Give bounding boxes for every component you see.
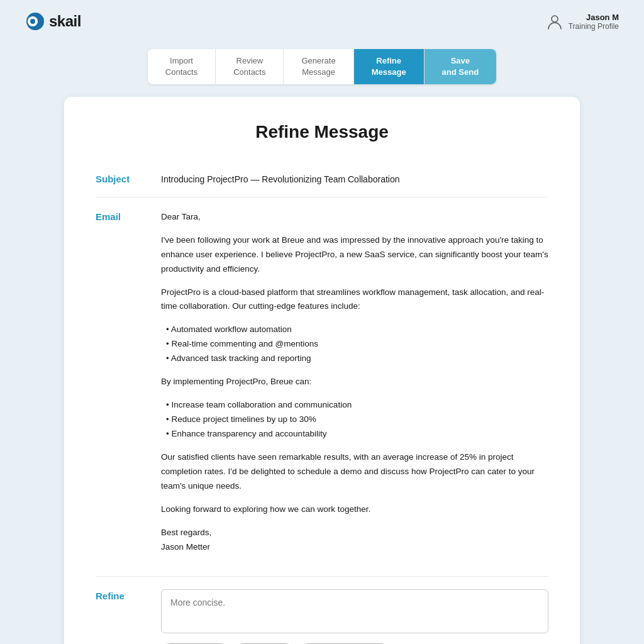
user-name: Jason M [569, 13, 619, 22]
steps-nav: ImportContacts ReviewContacts GenerateMe… [0, 49, 644, 84]
email-row: Email Dear Tara, I've been following you… [96, 197, 548, 577]
step-generate-message[interactable]: GenerateMessage [284, 49, 353, 84]
email-paragraph2: ProjectPro is a cloud-based platform tha… [161, 286, 548, 314]
refine-input-area: more concise lighter tone more product d… [161, 589, 548, 644]
refine-label: Refine [96, 589, 146, 644]
feature-item-1: Automated workflow automation [161, 323, 548, 337]
logo: skail [25, 11, 81, 31]
benefit-item-2: Reduce project timelines by up to 30% [161, 413, 548, 427]
subject-row: Subject Introducing ProjectPro — Revolut… [96, 162, 548, 197]
subject-text: Introducing ProjectPro — Revolutionizing… [161, 172, 548, 186]
feature-item-2: Real-time commenting and @mentions [161, 337, 548, 352]
user-avatar-icon [546, 13, 564, 30]
email-paragraph1: I've been following your work at Breue a… [161, 233, 548, 277]
benefit-item-3: Enhance transparency and accountability [161, 427, 548, 441]
email-benefits-list: Increase team collaboration and communic… [161, 398, 548, 441]
email-label: Email [96, 210, 146, 564]
logo-text: skail [49, 13, 81, 30]
email-closing: Best regards, Jason Metter [161, 526, 548, 555]
email-features-list: Automated workflow automation Real-time … [161, 323, 548, 366]
logo-icon [25, 11, 45, 31]
card-title: Refine Message [96, 122, 548, 142]
benefit-item-1: Increase team collaboration and communic… [161, 398, 548, 413]
refine-row: Refine more concise lighter tone more pr… [96, 577, 548, 644]
step-review-contacts[interactable]: ReviewContacts [216, 49, 284, 84]
step-save-and-send[interactable]: Saveand Send [425, 49, 497, 84]
user-area: Jason M Training Profile [546, 13, 619, 31]
step-refine-message[interactable]: RefineMessage [354, 49, 425, 84]
email-paragraph5: Looking forward to exploring how we can … [161, 502, 548, 517]
email-body: Dear Tara, I've been following your work… [161, 210, 548, 564]
subject-label: Subject [96, 172, 146, 186]
refine-textarea[interactable] [161, 589, 548, 633]
header: skail Jason M Training Profile [0, 0, 644, 43]
email-greeting: Dear Tara, [161, 210, 548, 225]
steps-container: ImportContacts ReviewContacts GenerateMe… [148, 49, 496, 84]
email-paragraph3: By implementing ProjectPro, Breue can: [161, 375, 548, 389]
feature-item-3: Advanced task tracking and reporting [161, 352, 548, 366]
user-info: Jason M Training Profile [569, 13, 619, 31]
svg-point-3 [552, 16, 558, 22]
email-paragraph4: Our satisfied clients have seen remarkab… [161, 450, 548, 494]
main-card: Refine Message Subject Introducing Proje… [64, 97, 580, 644]
user-role: Training Profile [569, 22, 619, 31]
step-import-contacts[interactable]: ImportContacts [148, 49, 216, 84]
svg-point-2 [30, 19, 35, 24]
